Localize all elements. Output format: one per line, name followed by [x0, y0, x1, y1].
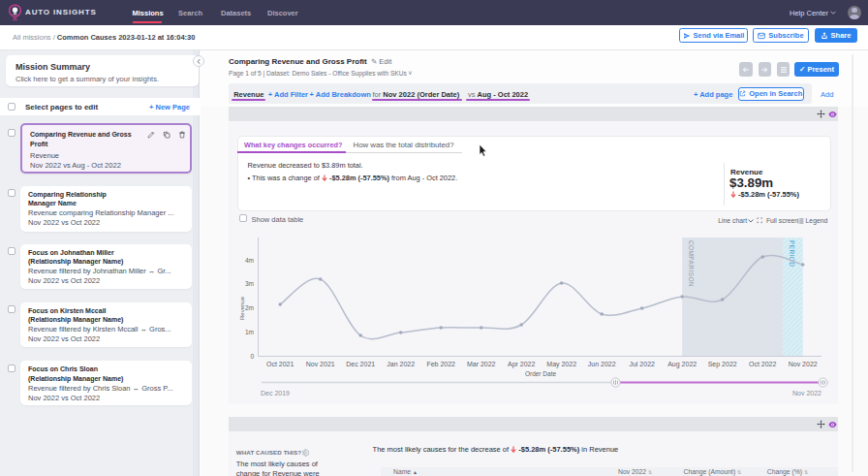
svg-text:Oct 2021: Oct 2021: [266, 361, 294, 367]
svg-text:Nov 2022: Nov 2022: [789, 361, 818, 367]
svg-text:Sep 2022: Sep 2022: [708, 361, 737, 368]
svg-text:Apr 2022: Apr 2022: [508, 361, 536, 368]
svg-text:Dec 2019: Dec 2019: [261, 390, 290, 397]
svg-text:Jan 2022: Jan 2022: [387, 361, 415, 367]
svg-text:4m: 4m: [245, 257, 254, 264]
svg-text:Jul 2022: Jul 2022: [629, 361, 655, 367]
svg-text:3m: 3m: [245, 280, 254, 287]
svg-text:Mar 2022: Mar 2022: [467, 361, 496, 367]
svg-text:Dec 2021: Dec 2021: [346, 361, 375, 367]
svg-text:Aug 2022: Aug 2022: [667, 361, 697, 368]
svg-text:Revenue: Revenue: [239, 296, 245, 320]
svg-text:Feb 2022: Feb 2022: [426, 361, 455, 367]
svg-text:Jun 2022: Jun 2022: [588, 361, 616, 367]
svg-text:1m: 1m: [245, 329, 254, 335]
svg-text:2m: 2m: [245, 304, 254, 311]
svg-text:Oct 2022: Oct 2022: [749, 361, 777, 367]
svg-text:0: 0: [250, 353, 254, 360]
svg-text:COMPARISON: COMPARISON: [688, 240, 695, 287]
svg-text:Nov 2021: Nov 2021: [306, 361, 335, 367]
svg-text:Order Date: Order Date: [525, 370, 557, 377]
svg-text:May 2022: May 2022: [546, 361, 576, 368]
svg-text:PERIOD: PERIOD: [789, 240, 795, 267]
svg-text:Nov 2022: Nov 2022: [792, 390, 822, 397]
